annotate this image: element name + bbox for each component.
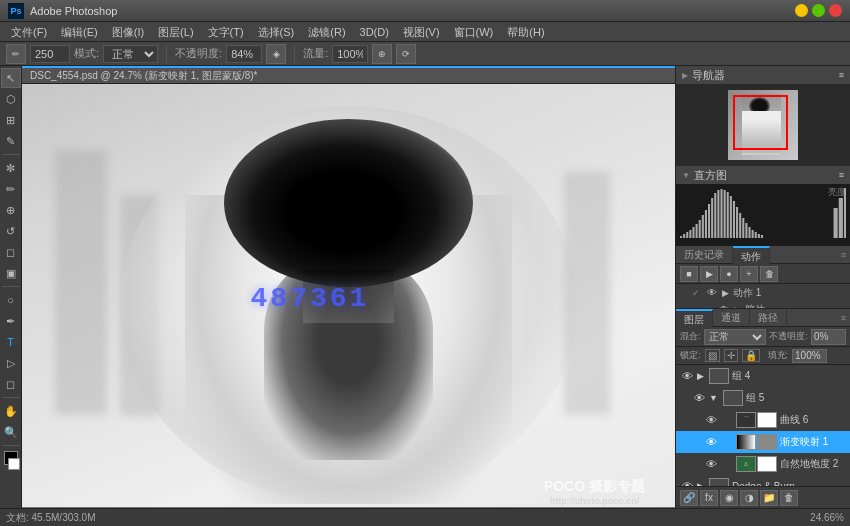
layer-vibrance[interactable]: 👁 Δ 自然地饱度 2	[676, 453, 850, 475]
move-tool[interactable]: ↖	[1, 68, 21, 88]
record-action-btn[interactable]: ●	[720, 266, 738, 282]
lock-position-btn[interactable]: ✛	[724, 349, 738, 362]
svg-rect-16	[730, 196, 732, 238]
tab-history[interactable]: 历史记录	[676, 246, 733, 264]
menu-bar: 文件(F) 编辑(E) 图像(I) 图层(L) 文字(T) 选择(S) 滤镜(R…	[0, 22, 850, 42]
canvas-tab[interactable]: DSC_4554.psd @ 24.7% (新变映射 1, 图层蒙版/8)*	[22, 66, 675, 84]
name-gradmap: 渐变映射 1	[780, 435, 846, 449]
layers-bottom-toolbar: 🔗 fx ◉ ◑ 📁 🗑	[676, 486, 850, 508]
layers-opacity-input[interactable]	[811, 329, 846, 345]
new-action-btn[interactable]: +	[740, 266, 758, 282]
canvas-content[interactable]: 487361 POCO 摄影专题 http://photo.poco.cn/ 实…	[22, 84, 675, 526]
blend-mode-select[interactable]: 正常	[103, 45, 158, 63]
fill-label: 填充:	[768, 349, 789, 362]
text-tool[interactable]: T	[1, 332, 21, 352]
histogram-channel: 亮度	[828, 186, 846, 199]
layers-fill-input[interactable]	[792, 349, 827, 363]
eyedropper-tool[interactable]: ✎	[1, 131, 21, 151]
history-brush-tool[interactable]: ↺	[1, 221, 21, 241]
crop-tool[interactable]: ⊞	[1, 110, 21, 130]
delete-layer-btn[interactable]: 🗑	[780, 490, 798, 506]
svg-rect-17	[733, 201, 735, 238]
add-group-btn[interactable]: 📁	[760, 490, 778, 506]
layers-list[interactable]: 👁 ▶ 组 4 👁 ▼ 组 5 👁 ⌒ 曲线 6 👁 渐变映射 1	[676, 365, 850, 486]
tab-paths[interactable]: 路径	[750, 309, 787, 327]
flow-input[interactable]	[332, 45, 368, 63]
toolbar-sep-3	[2, 397, 20, 398]
lock-pixels-btn[interactable]: ▨	[705, 349, 720, 362]
menu-text[interactable]: 文字(T)	[201, 22, 251, 42]
pen-tool[interactable]: ✒	[1, 311, 21, 331]
gradient-tool[interactable]: ▣	[1, 263, 21, 283]
lasso-tool[interactable]: ⬡	[1, 89, 21, 109]
flow-label: 流量:	[303, 46, 328, 61]
histogram-header[interactable]: ▼ 直方图 ≡	[676, 166, 850, 184]
eye-curve6[interactable]: 👁	[704, 414, 718, 426]
brush-tool[interactable]: ✏	[1, 179, 21, 199]
menu-window[interactable]: 窗口(W)	[447, 22, 501, 42]
navigator-header[interactable]: ▶ 导航器 ≡	[676, 66, 850, 84]
brush-tool-icon[interactable]: ✏	[6, 44, 26, 64]
stop-action-btn[interactable]: ■	[680, 266, 698, 282]
eye-gradmap[interactable]: 👁	[704, 436, 718, 448]
zoom-tool[interactable]: 🔍	[1, 422, 21, 442]
eye-group5[interactable]: 👁	[692, 392, 706, 404]
dodge-tool[interactable]: ○	[1, 290, 21, 310]
brush-size-input[interactable]	[30, 45, 70, 63]
eraser-tool[interactable]: ◻	[1, 242, 21, 262]
delete-action-btn[interactable]: 🗑	[760, 266, 778, 282]
navigator-thumbnail[interactable]	[728, 90, 798, 160]
mask-curve6	[757, 412, 777, 428]
canvas-tab-label: DSC_4554.psd @ 24.7% (新变映射 1, 图层蒙版/8)*	[30, 69, 257, 83]
svg-rect-1	[683, 234, 685, 238]
layers-blend-select[interactable]: 正常	[704, 329, 767, 345]
add-fx-btn[interactable]: fx	[700, 490, 718, 506]
pressure-icon[interactable]: ◈	[266, 44, 286, 64]
layers-tabs: 图层 通道 路径 ≡	[676, 309, 850, 327]
layer-gradmap[interactable]: 👁 渐变映射 1	[676, 431, 850, 453]
menu-layer[interactable]: 图层(L)	[151, 22, 200, 42]
background-color[interactable]	[8, 458, 20, 470]
window-controls[interactable]	[795, 4, 842, 17]
brush-angle-icon[interactable]: ⟳	[396, 44, 416, 64]
tab-layers[interactable]: 图层	[676, 309, 713, 327]
spot-heal-tool[interactable]: ✼	[1, 158, 21, 178]
add-mask-btn[interactable]: ◉	[720, 490, 738, 506]
layer-group4[interactable]: 👁 ▶ 组 4	[676, 365, 850, 387]
lock-all-btn[interactable]: 🔒	[742, 349, 760, 362]
menu-edit[interactable]: 编辑(E)	[54, 22, 105, 42]
shape-tool[interactable]: ◻	[1, 374, 21, 394]
maximize-button[interactable]	[812, 4, 825, 17]
thumb-vibrance: Δ	[736, 456, 756, 472]
path-select-tool[interactable]: ▷	[1, 353, 21, 373]
panel-menu-button[interactable]: ≡	[837, 246, 850, 263]
menu-image[interactable]: 图像(I)	[105, 22, 151, 42]
close-button[interactable]	[829, 4, 842, 17]
svg-rect-18	[736, 207, 738, 238]
menu-3d[interactable]: 3D(D)	[353, 22, 396, 42]
menu-filter[interactable]: 滤镜(R)	[301, 22, 352, 42]
history-item-actions1[interactable]: ✓ 👁 ▶ 动作 1	[676, 284, 850, 301]
menu-help[interactable]: 帮助(H)	[500, 22, 551, 42]
menu-view[interactable]: 视图(V)	[396, 22, 447, 42]
hand-tool[interactable]: ✋	[1, 401, 21, 421]
menu-file[interactable]: 文件(F)	[4, 22, 54, 42]
tab-channels[interactable]: 通道	[713, 309, 750, 327]
eye-group4[interactable]: 👁	[680, 370, 694, 382]
layer-curve6[interactable]: 👁 ⌒ 曲线 6	[676, 409, 850, 431]
tab-actions[interactable]: 动作	[733, 246, 770, 264]
add-adj-btn[interactable]: ◑	[740, 490, 758, 506]
opacity-input[interactable]	[226, 45, 262, 63]
minimize-button[interactable]	[795, 4, 808, 17]
menu-select[interactable]: 选择(S)	[251, 22, 302, 42]
add-link-btn[interactable]: 🔗	[680, 490, 698, 506]
layer-group5[interactable]: 👁 ▼ 组 5	[676, 387, 850, 409]
play-action-btn[interactable]: ▶	[700, 266, 718, 282]
eye-vibrance[interactable]: 👁	[704, 458, 718, 470]
layer-dodge-burn[interactable]: 👁 ▶ Dodge & Burn	[676, 475, 850, 486]
mask-gradmap	[757, 434, 777, 450]
clone-stamp-tool[interactable]: ⊕	[1, 200, 21, 220]
lock-label: 锁定:	[680, 349, 701, 362]
layers-menu-btn[interactable]: ≡	[837, 309, 850, 326]
airbrush-icon[interactable]: ⊕	[372, 44, 392, 64]
